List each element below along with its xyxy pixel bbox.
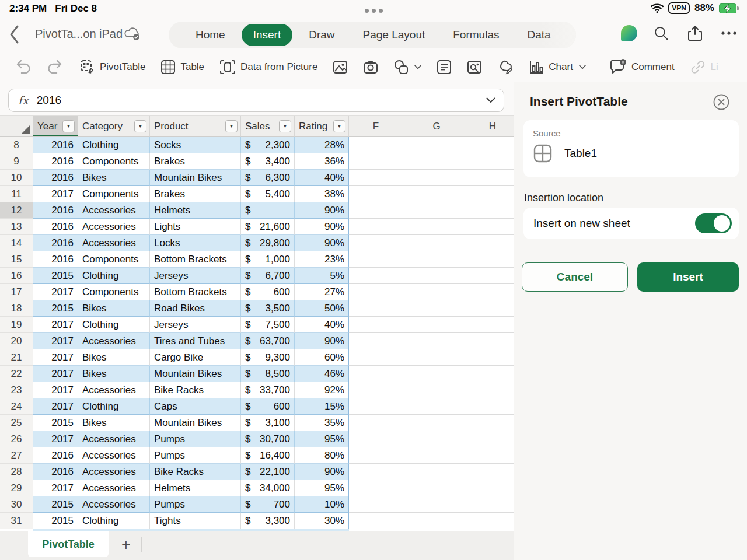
cell-sales[interactable]: $600 [241, 284, 295, 300]
cell-category[interactable]: Accessories [78, 219, 150, 235]
cell-category[interactable]: Components [78, 153, 150, 170]
cancel-button[interactable]: Cancel [522, 262, 628, 292]
column-header-g[interactable]: G [402, 116, 470, 137]
cell-sales[interactable]: $3,300 [241, 513, 295, 529]
cell-year[interactable]: 2016 [33, 153, 78, 170]
empty-cell[interactable] [470, 300, 514, 317]
empty-cell[interactable] [470, 382, 514, 398]
cell-category[interactable]: Clothing [78, 317, 150, 333]
cell-sales[interactable]: $5,400 [241, 186, 295, 202]
empty-cell[interactable] [402, 186, 470, 202]
empty-cell[interactable] [349, 235, 402, 251]
cell-sales[interactable]: $16,400 [241, 447, 295, 464]
empty-cell[interactable] [470, 235, 514, 251]
cell-rating[interactable]: 30% [295, 513, 349, 529]
cell-year[interactable]: 2017 [33, 317, 78, 333]
empty-cell[interactable] [470, 398, 514, 415]
empty-cell[interactable] [349, 447, 402, 464]
empty-cell[interactable] [402, 496, 470, 513]
cell-product[interactable]: Cargo Bike [150, 349, 241, 366]
cell-rating[interactable]: 60% [295, 349, 349, 366]
filter-icon[interactable]: ▼ [225, 120, 238, 132]
row-header[interactable]: 12 [0, 202, 33, 219]
cell-product[interactable]: Socks [150, 137, 241, 153]
row-header[interactable]: 29 [0, 480, 33, 496]
cell-rating[interactable]: 90% [295, 235, 349, 251]
cell-year[interactable]: 2016 [33, 251, 78, 268]
empty-cell[interactable] [402, 235, 470, 251]
cell-year[interactable]: 2016 [33, 137, 78, 153]
data-from-picture-button[interactable]: Data from Picture [219, 60, 317, 75]
row-header[interactable]: 26 [0, 431, 33, 447]
row-header[interactable]: 25 [0, 415, 33, 431]
cell-rating[interactable]: 36% [295, 153, 349, 170]
formula-bar[interactable]: fx 2016 [8, 89, 504, 112]
cell-category[interactable]: Clothing [78, 398, 150, 415]
cell-year[interactable]: 2016 [33, 464, 78, 480]
row-header[interactable]: 24 [0, 398, 33, 415]
cell-year[interactable]: 2017 [33, 284, 78, 300]
cell-product[interactable]: Helmets [150, 480, 241, 496]
search-icon[interactable] [651, 23, 671, 43]
cell-year[interactable]: 2016 [33, 202, 78, 219]
row-header[interactable]: 22 [0, 366, 33, 382]
row-header[interactable]: 9 [0, 153, 33, 170]
empty-cell[interactable] [349, 366, 402, 382]
empty-cell[interactable] [402, 415, 470, 431]
cell-sales[interactable]: $600 [241, 398, 295, 415]
cell-category[interactable]: Accessories [78, 202, 150, 219]
cell-product[interactable]: Jerseys [150, 317, 241, 333]
column-header-rating[interactable]: Rating ▼ [295, 116, 349, 137]
empty-cell[interactable] [402, 447, 470, 464]
row-header[interactable]: 21 [0, 349, 33, 366]
comment-button[interactable]: Comment [609, 59, 675, 75]
empty-cell[interactable] [470, 268, 514, 284]
cell-rating[interactable]: 50% [295, 300, 349, 317]
cell-sales[interactable]: $ [241, 202, 295, 219]
tab-review[interactable]: Review [567, 24, 576, 46]
row-header[interactable]: 27 [0, 447, 33, 464]
cell-category[interactable]: Components [78, 251, 150, 268]
cell-product[interactable]: Tights [150, 513, 241, 529]
cell-category[interactable]: Components [78, 186, 150, 202]
row-header[interactable]: 23 [0, 382, 33, 398]
cell-year[interactable]: 2017 [33, 186, 78, 202]
cell-year[interactable]: 2016 [33, 447, 78, 464]
cell-sales[interactable]: $29,800 [241, 235, 295, 251]
empty-cell[interactable] [402, 268, 470, 284]
cell-product[interactable]: Pumps [150, 496, 241, 513]
cell-year[interactable]: 2015 [33, 496, 78, 513]
formula-bar-value[interactable]: 2016 [37, 94, 486, 107]
cell-sales[interactable]: $34,000 [241, 480, 295, 496]
column-header-product[interactable]: Product ▼ [150, 116, 241, 137]
empty-cell[interactable] [349, 398, 402, 415]
cell-category[interactable]: Bikes [78, 170, 150, 186]
column-header-f[interactable]: F [349, 116, 402, 137]
empty-cell[interactable] [402, 300, 470, 317]
empty-cell[interactable] [349, 415, 402, 431]
cell-product[interactable]: Pumps [150, 431, 241, 447]
row-header[interactable]: 14 [0, 235, 33, 251]
empty-cell[interactable] [470, 219, 514, 235]
empty-cell[interactable] [349, 284, 402, 300]
share-icon[interactable] [685, 23, 705, 43]
cell-rating[interactable]: 90% [295, 333, 349, 349]
row-header[interactable]: 28 [0, 464, 33, 480]
empty-cell[interactable] [470, 202, 514, 219]
cell-product[interactable]: Tires and Tubes [150, 333, 241, 349]
cell-sales[interactable]: $21,600 [241, 219, 295, 235]
cell-year[interactable]: 2015 [33, 268, 78, 284]
cell-sales[interactable]: $22,100 [241, 464, 295, 480]
cell-product[interactable]: Brakes [150, 153, 241, 170]
empty-cell[interactable] [349, 349, 402, 366]
filter-icon[interactable]: ▼ [279, 120, 291, 132]
pivottable-button[interactable]: PivotTable [80, 60, 145, 75]
cell-product[interactable]: Bike Racks [150, 464, 241, 480]
cell-category[interactable]: Accessories [78, 382, 150, 398]
empty-cell[interactable] [349, 480, 402, 496]
tab-formulas[interactable]: Formulas [441, 24, 511, 46]
empty-cell[interactable] [470, 317, 514, 333]
more-options-icon[interactable] [719, 23, 739, 43]
empty-cell[interactable] [349, 382, 402, 398]
cell-year[interactable]: 2015 [33, 415, 78, 431]
